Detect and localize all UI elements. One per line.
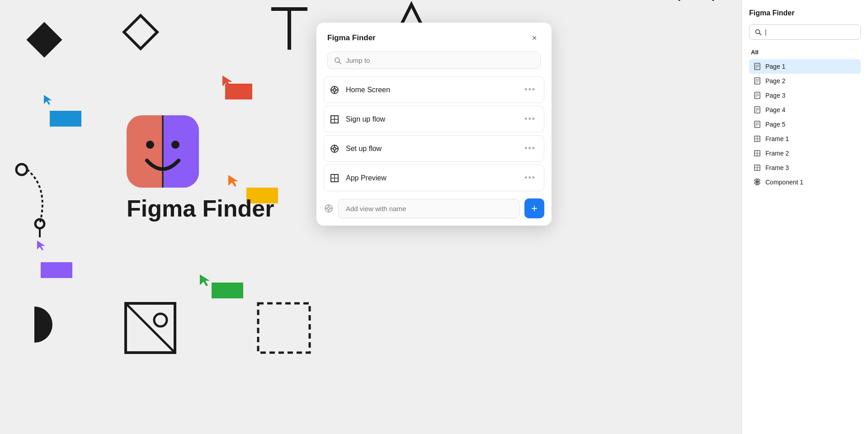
component-1-icon <box>754 179 761 186</box>
deco-cursor-green <box>199 274 212 288</box>
modal-close-button[interactable]: × <box>528 32 541 44</box>
page-2-icon <box>754 77 761 85</box>
add-view-button[interactable]: + <box>524 198 544 218</box>
modal-item-app-preview[interactable]: App Preview ••• <box>324 165 544 191</box>
modal-footer: + <box>324 198 544 218</box>
panel-item-page-2[interactable]: Page 2 <box>749 74 861 88</box>
panel-item-page-4[interactable]: Page 4 <box>749 103 861 117</box>
svg-point-20 <box>154 314 167 326</box>
home-screen-icon <box>330 85 340 95</box>
deco-T-letter <box>267 0 312 54</box>
panel-item-frame-3-label: Frame 3 <box>765 164 789 171</box>
home-screen-label: Home Screen <box>346 86 515 94</box>
panel-item-page-5[interactable]: Page 5 <box>749 117 861 132</box>
panel-item-frame-2-label: Frame 2 <box>765 150 789 157</box>
deco-rect-red <box>225 84 252 99</box>
app-preview-label: App Preview <box>346 174 515 182</box>
deco-dashed-rect <box>257 302 311 354</box>
page-3-icon <box>754 92 761 99</box>
frame-3-icon <box>754 164 761 171</box>
svg-point-34 <box>333 147 336 150</box>
logo-icon <box>127 115 199 188</box>
modal-title: Figma Finder <box>327 33 376 42</box>
frame-2-icon <box>754 150 761 157</box>
modal-items-list: Home Screen ••• Sign up flow ••• <box>316 76 552 191</box>
svg-point-43 <box>327 207 330 210</box>
modal-search-input[interactable] <box>346 57 534 64</box>
frame-1-icon <box>754 135 761 142</box>
panel-item-page-3-label: Page 3 <box>765 92 785 99</box>
panel-item-page-4-label: Page 4 <box>765 106 785 113</box>
deco-image-frame <box>124 302 176 354</box>
modal-header: Figma Finder × <box>316 23 552 52</box>
app-preview-more-button[interactable]: ••• <box>522 172 538 184</box>
modal-item-sign-up-flow[interactable]: Sign up flow ••• <box>324 106 544 132</box>
modal-item-set-up-flow[interactable]: Set up flow ••• <box>324 135 544 162</box>
figma-finder-modal: Figma Finder × Home S <box>316 23 552 226</box>
svg-point-14 <box>171 141 179 149</box>
set-up-flow-more-button[interactable]: ••• <box>522 143 538 154</box>
footer-target-icon <box>324 203 334 213</box>
app-preview-icon <box>330 173 340 183</box>
svg-rect-3 <box>124 15 157 49</box>
svg-marker-16 <box>37 241 45 250</box>
modal-search-icon <box>334 57 341 64</box>
svg-marker-5 <box>44 95 52 105</box>
panel-title: Figma Finder <box>749 9 861 17</box>
deco-pen-tool <box>13 160 67 242</box>
panel-item-frame-3[interactable]: Frame 3 <box>749 160 861 175</box>
right-panel: Figma Finder All Page 1 <box>741 0 868 434</box>
set-up-flow-icon <box>330 144 340 154</box>
panel-search-bar[interactable] <box>749 24 861 40</box>
home-screen-more-button[interactable]: ••• <box>522 84 538 95</box>
panel-item-page-1[interactable]: Page 1 <box>749 59 861 74</box>
set-up-flow-label: Set up flow <box>346 145 515 153</box>
panel-item-frame-2[interactable]: Frame 2 <box>749 146 861 160</box>
logo-text: Figma Finder <box>127 195 274 222</box>
page-1-icon <box>754 63 761 70</box>
sign-up-flow-more-button[interactable]: ••• <box>522 113 538 125</box>
deco-cursor-purple <box>36 240 47 252</box>
panel-item-page-3[interactable]: Page 3 <box>749 88 861 103</box>
svg-rect-2 <box>26 22 62 57</box>
panel-item-component-1[interactable]: Component 1 <box>749 175 861 189</box>
svg-marker-17 <box>200 274 210 286</box>
panel-section-all: All <box>749 47 861 57</box>
deco-rect-blue <box>50 111 81 127</box>
panel-search-input[interactable] <box>765 28 855 36</box>
deco-half-circle <box>12 302 57 347</box>
deco-rect-green <box>212 283 243 298</box>
svg-point-6 <box>16 164 27 175</box>
sign-up-flow-label: Sign up flow <box>346 115 515 123</box>
deco-rect-purple <box>41 262 72 278</box>
page-4-icon <box>754 106 761 113</box>
modal-item-home-screen[interactable]: Home Screen ••• <box>324 76 544 103</box>
add-view-input[interactable] <box>338 199 520 218</box>
svg-line-19 <box>126 303 175 353</box>
panel-search-icon <box>755 29 761 35</box>
deco-diamond-filled <box>23 18 77 72</box>
panel-item-component-1-label: Component 1 <box>765 179 803 186</box>
svg-point-25 <box>333 89 336 91</box>
panel-item-frame-1[interactable]: Frame 1 <box>749 132 861 146</box>
panel-item-frame-1-label: Frame 1 <box>765 135 789 142</box>
svg-line-23 <box>339 62 341 64</box>
svg-line-49 <box>760 33 761 35</box>
panel-item-page-5-label: Page 5 <box>765 121 785 128</box>
svg-rect-12 <box>163 115 199 188</box>
deco-cursor-blue <box>43 94 54 107</box>
svg-point-13 <box>146 141 154 149</box>
deco-diamond-outline <box>122 14 167 59</box>
panel-item-page-1-label: Page 1 <box>765 63 785 70</box>
svg-rect-21 <box>258 303 310 353</box>
sign-up-flow-icon <box>330 114 340 124</box>
panel-item-page-2-label: Page 2 <box>765 77 785 85</box>
logo-container: Figma Finder <box>127 115 274 222</box>
deco-circle-arc <box>674 0 719 36</box>
modal-search-bar[interactable] <box>327 52 541 69</box>
page-5-icon <box>754 121 761 128</box>
